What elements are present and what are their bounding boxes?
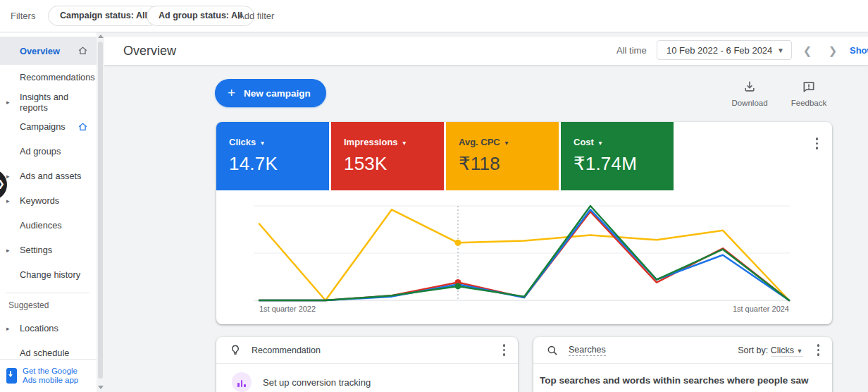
mobile-phone-icon [6, 368, 17, 384]
searches-card-menu-button[interactable] [814, 341, 823, 359]
lightbulb-icon [229, 344, 242, 357]
searches-card-body: Top searches and words within searches w… [540, 374, 814, 392]
sidebar-item-label: Settings [20, 245, 52, 255]
download-button[interactable]: Download [726, 80, 774, 107]
expand-arrow-icon: ▸ [6, 325, 10, 332]
recommendation-item[interactable]: Set up conversion tracking [232, 372, 371, 392]
download-icon [743, 80, 757, 94]
sidebar-item-keywords[interactable]: ▸Keywords [0, 188, 97, 213]
searches-card: Searches Sort by: Clicks ▼ Top searches … [533, 337, 832, 392]
metric-value: ₹118 [459, 153, 559, 175]
metric-value: ₹1.74M [574, 153, 674, 175]
sidebar-item-label: Ad schedule [20, 348, 69, 358]
sidebar-item-label: Recommendations [20, 72, 95, 82]
chart-card-menu-button[interactable] [813, 135, 822, 152]
metric-label[interactable]: Clicks ▾ [229, 137, 329, 147]
sidebar-item-label: Ads and assets [20, 171, 82, 181]
metric-label[interactable]: Cost ▾ [574, 137, 674, 147]
sidebar-item-campaigns[interactable]: Campaigns [0, 114, 97, 139]
scrollbar-thumb[interactable] [98, 42, 103, 379]
feedback-button[interactable]: Feedback [785, 80, 833, 107]
new-campaign-button[interactable]: + New campaign [215, 79, 326, 107]
feedback-label: Feedback [785, 99, 833, 107]
filters-label: Filters [11, 0, 35, 32]
chevron-right-icon: ❯ [0, 178, 5, 189]
caret-down-icon: ▼ [777, 47, 784, 54]
performance-line-chart[interactable]: 1st quarter 20221st quarter 2024 [254, 201, 796, 317]
recommendation-card-menu-button[interactable] [500, 341, 509, 359]
sidebar-item-recommendations[interactable]: Recommendations [0, 65, 97, 90]
feedback-icon [802, 80, 816, 94]
sort-by-dropdown[interactable]: Sort by: Clicks ▼ [738, 345, 802, 355]
sidebar-divider [6, 293, 89, 293]
svg-text:1st quarter 2022: 1st quarter 2022 [259, 305, 316, 313]
sidebar-section-label: Suggested [8, 299, 97, 312]
sidebar-item-label: Keywords [20, 195, 59, 206]
new-campaign-label: New campaign [244, 88, 311, 99]
sort-by-label: Sort by: [738, 345, 768, 355]
bar-chart-icon [232, 372, 252, 392]
sidebar-item-label: Audiences [20, 220, 62, 231]
scroll-down-arrow-icon[interactable] [98, 386, 104, 389]
next-period-button[interactable]: ❯ [826, 37, 840, 65]
search-icon [546, 344, 559, 357]
metric-label[interactable]: Avg. CPC ▾ [459, 137, 559, 147]
home-icon [78, 46, 88, 56]
caret-down-icon: ▾ [599, 139, 602, 147]
searches-card-title[interactable]: Searches [569, 345, 606, 356]
svg-text:1st quarter 2024: 1st quarter 2024 [733, 305, 789, 313]
sort-by-value: Clicks [771, 345, 794, 355]
scroll-up-arrow-icon[interactable] [98, 35, 104, 38]
sidebar-item-label: Campaigns [20, 121, 66, 132]
caret-down-icon: ▾ [261, 139, 264, 147]
expand-arrow-icon: ▸ [6, 197, 10, 204]
sidebar-item-label: Insights and reports [20, 92, 97, 113]
expand-arrow-icon: ▸ [6, 99, 10, 106]
metric-tile-impressions[interactable]: Impressions ▾ 153K [331, 122, 444, 190]
sidebar-item-change-history[interactable]: Change history [0, 262, 97, 287]
date-range-picker[interactable]: 10 Feb 2022 - 6 Feb 2024 ▼ [657, 40, 792, 60]
previous-period-button[interactable]: ❮ [800, 37, 814, 65]
metric-tile-clicks[interactable]: Clicks ▾ 14.7K [216, 122, 329, 190]
page-title: Overview [123, 37, 176, 65]
caret-down-icon: ▼ [797, 348, 803, 355]
sidebar-item-audiences[interactable]: Audiences [0, 213, 97, 238]
metric-tile-cost[interactable]: Cost ▾ ₹1.74M [561, 122, 674, 190]
sidebar-item-label: Locations [20, 323, 58, 333]
home-icon [78, 121, 88, 132]
recommendation-card: Recommendation Set up conversion trackin… [216, 337, 518, 392]
date-range-value: 10 Feb 2022 - 6 Feb 2024 [666, 45, 772, 56]
expand-arrow-icon: ▸ [6, 173, 10, 180]
sidebar-item-ad-groups[interactable]: Ad groups [0, 139, 97, 164]
overview-metrics-card: Clicks ▾ 14.7KImpressions ▾ 153KAvg. CPC… [216, 122, 832, 324]
page-header: Overview All time 10 Feb 2022 - 6 Feb 20… [104, 37, 868, 66]
expand-arrow-icon: ▸ [6, 247, 10, 254]
sidebar-item-settings[interactable]: ▸Settings [0, 238, 97, 262]
sidebar-item-label: Overview [20, 46, 60, 56]
date-range-type-label: All time [616, 37, 647, 65]
recommendation-item-label: Set up conversion tracking [263, 377, 371, 388]
sidebar-item-label: Ad groups [20, 146, 61, 157]
sidebar-item-locations[interactable]: ▸Locations [0, 316, 97, 341]
sidebar-item-ads-and-assets[interactable]: ▸Ads and assets [0, 164, 97, 188]
filter-bar: Filters Campaign status: All Ad group st… [0, 0, 868, 32]
sidebar-item-overview[interactable]: Overview [0, 37, 97, 65]
get-mobile-app-link[interactable]: Get the Google Ads mobile app [0, 359, 97, 392]
metric-value: 14.7K [229, 153, 329, 175]
metric-label[interactable]: Impressions ▾ [344, 137, 444, 147]
caret-down-icon: ▾ [504, 139, 508, 147]
metric-value: 153K [344, 153, 444, 175]
filter-pill-campaign-status[interactable]: Campaign status: All [48, 6, 159, 26]
sidebar-item-insights-and-reports[interactable]: ▸Insights and reports [0, 90, 97, 114]
metric-tile-avg-cpc[interactable]: Avg. CPC ▾ ₹118 [446, 122, 559, 190]
mobile-app-label: Get the Google Ads mobile app [23, 367, 93, 385]
sidebar-item-label: Change history [20, 269, 80, 280]
caret-down-icon: ▾ [402, 139, 406, 147]
sidebar: OverviewRecommendations▸Insights and rep… [0, 32, 97, 392]
show-link[interactable]: Show [850, 37, 868, 65]
plus-icon: + [228, 85, 235, 101]
recommendation-card-title: Recommendation [252, 345, 321, 355]
sidebar-scrollbar[interactable] [97, 32, 104, 392]
download-label: Download [726, 99, 774, 107]
add-filter-button[interactable]: Add filter [238, 0, 274, 32]
